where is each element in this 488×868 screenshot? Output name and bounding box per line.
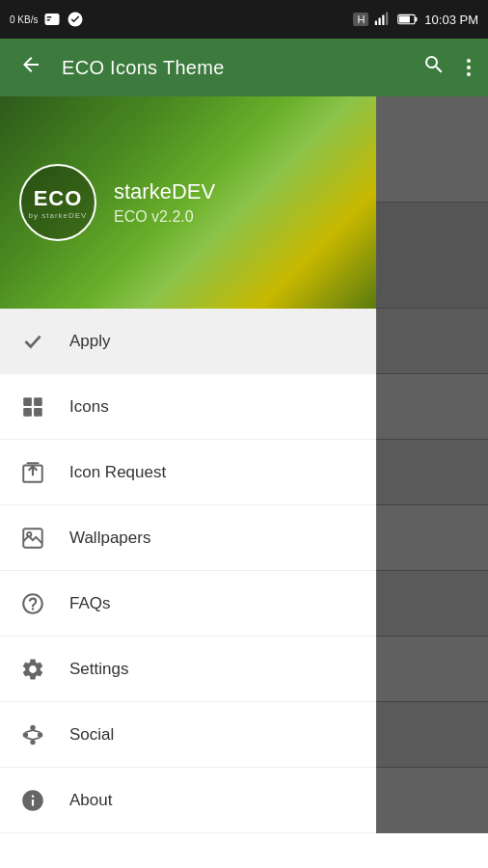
logo-sub: by starkeDEV xyxy=(29,211,88,220)
svg-rect-6 xyxy=(383,15,385,26)
svg-rect-1 xyxy=(47,16,52,18)
svg-rect-5 xyxy=(379,18,381,26)
right-panel-hero xyxy=(376,96,488,309)
menu-item-settings[interactable]: Settings xyxy=(0,637,376,702)
back-button[interactable] xyxy=(15,49,46,86)
menu-item-about[interactable]: About xyxy=(0,768,376,833)
signal-icon xyxy=(374,11,392,28)
svg-rect-9 xyxy=(415,17,417,22)
menu-item-icon-request[interactable]: Icon Request xyxy=(0,440,376,505)
svg-rect-10 xyxy=(399,15,410,22)
network-indicator: 0 KB/s xyxy=(10,14,38,25)
gear-icon xyxy=(19,656,46,683)
menu-icon-request-label: Icon Request xyxy=(69,463,166,482)
right-bar-5 xyxy=(376,571,488,637)
svg-line-24 xyxy=(25,730,33,732)
status-right: H 10:03 PM xyxy=(353,11,478,28)
svg-point-22 xyxy=(38,732,42,737)
grid-icon xyxy=(19,393,46,420)
social-icon xyxy=(19,721,46,748)
menu-apply-label: Apply xyxy=(69,332,111,351)
svg-point-21 xyxy=(23,732,28,737)
svg-line-27 xyxy=(33,737,41,739)
svg-line-26 xyxy=(25,737,33,739)
drawer-panel: ECO by starkeDEV starkeDEV ECO v2.2.0 Ap… xyxy=(0,96,376,833)
menu-settings-label: Settings xyxy=(69,660,128,679)
app-bar-title: ECO Icons Theme xyxy=(62,57,403,79)
question-icon xyxy=(19,590,46,617)
right-bar-4 xyxy=(376,505,488,571)
developer-name: starkeDEV xyxy=(114,179,215,204)
image-icon xyxy=(19,525,46,552)
app-logo: ECO by starkeDEV xyxy=(19,164,96,241)
menu-item-icons[interactable]: Icons xyxy=(0,374,376,440)
right-bar-1 xyxy=(376,309,488,374)
menu-about-label: About xyxy=(69,791,112,810)
check-icon xyxy=(19,328,46,355)
svg-rect-2 xyxy=(47,19,50,21)
check-status-icon xyxy=(67,11,84,28)
svg-point-20 xyxy=(30,724,35,729)
svg-line-25 xyxy=(33,730,41,732)
app-bar: ECO Icons Theme xyxy=(0,39,488,96)
svg-point-23 xyxy=(30,739,35,744)
right-bar-3 xyxy=(376,440,488,505)
app-version: ECO v2.2.0 xyxy=(114,208,215,226)
right-bar-7 xyxy=(376,702,488,768)
menu-icons-label: Icons xyxy=(69,397,109,417)
right-bar-2 xyxy=(376,374,488,440)
menu-item-social[interactable]: Social xyxy=(0,702,376,768)
time-display: 10:03 PM xyxy=(424,13,478,27)
menu-faqs-label: FAQs xyxy=(69,594,111,613)
more-options-button[interactable] xyxy=(465,55,473,80)
battery-icon xyxy=(397,13,419,26)
logo-text: ECO xyxy=(29,186,88,211)
status-left: 0 KB/s xyxy=(10,11,84,28)
menu-item-wallpapers[interactable]: Wallpapers xyxy=(0,505,376,571)
h-indicator: H xyxy=(353,13,368,26)
hero-banner: ECO by starkeDEV starkeDEV ECO v2.2.0 xyxy=(0,96,376,309)
hero-info: starkeDEV ECO v2.2.0 xyxy=(114,179,215,226)
search-button[interactable] xyxy=(419,49,449,86)
svg-rect-4 xyxy=(375,21,377,26)
svg-rect-13 xyxy=(23,408,32,417)
menu-wallpapers-label: Wallpapers xyxy=(69,529,150,548)
menu-item-faqs[interactable]: FAQs xyxy=(0,571,376,637)
right-bar-8 xyxy=(376,768,488,833)
sidebar-menu: Apply Icons xyxy=(0,309,376,833)
info-icon xyxy=(19,787,46,814)
svg-rect-7 xyxy=(386,13,388,26)
svg-rect-11 xyxy=(23,397,32,406)
main-content: ECO by starkeDEV starkeDEV ECO v2.2.0 Ap… xyxy=(0,96,488,833)
right-panel xyxy=(376,96,488,833)
right-bar-6 xyxy=(376,637,488,702)
status-bar: 0 KB/s H 10:03 PM xyxy=(0,0,488,39)
menu-item-apply[interactable]: Apply xyxy=(0,309,376,374)
bbm-icon xyxy=(43,11,61,28)
svg-rect-14 xyxy=(34,408,42,417)
upload-box-icon xyxy=(19,459,46,486)
menu-social-label: Social xyxy=(69,725,114,745)
svg-rect-12 xyxy=(34,397,42,406)
